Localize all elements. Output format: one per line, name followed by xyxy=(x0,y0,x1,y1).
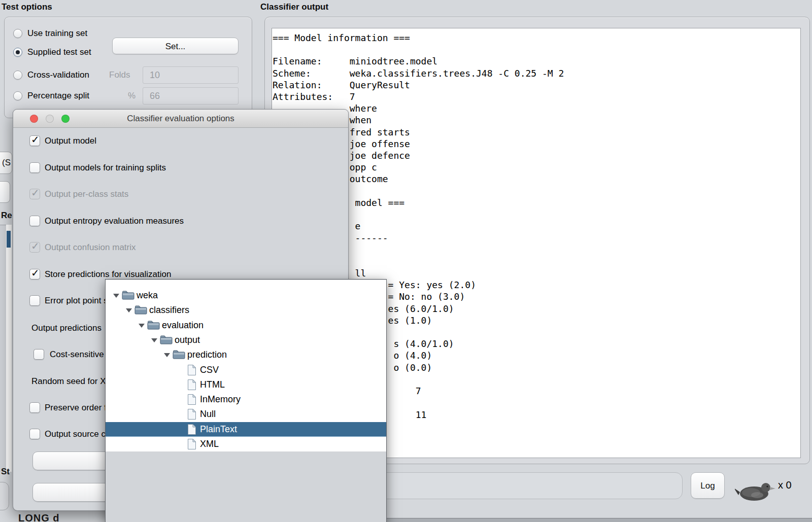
test-options-title: Test options xyxy=(2,2,52,12)
tree-node-plaintext[interactable]: PlainText xyxy=(106,422,386,437)
field-folds[interactable]: 10 xyxy=(143,66,239,84)
result-list[interactable] xyxy=(6,225,12,472)
class-attribute-combo-text: (S xyxy=(2,158,11,168)
expand-triangle-icon[interactable] xyxy=(113,294,119,298)
checkbox-output-confusion-matrix: ✓ xyxy=(29,242,40,253)
weka-bird-icon xyxy=(735,478,776,504)
radio-label: Use training set xyxy=(27,27,87,40)
tree-node-label: XML xyxy=(200,437,219,451)
folder-icon xyxy=(122,290,134,302)
tree-node-output[interactable]: output xyxy=(106,333,386,347)
dialog-option-row: ✓Output model xyxy=(13,134,348,148)
option-label: Cost-sensitive e xyxy=(50,348,111,361)
result-list-panel-edge xyxy=(0,225,6,472)
checkbox-preserve-order-f[interactable] xyxy=(29,402,40,413)
dialog-titlebar[interactable]: Classifier evaluation options xyxy=(13,110,348,128)
checkbox-store-predictions-for-visualization[interactable]: ✓ xyxy=(29,269,40,280)
checkbox-output-models-for-training-splits[interactable] xyxy=(29,162,40,173)
option-label: Preserve order f xyxy=(45,401,107,414)
result-list-selected-item[interactable] xyxy=(7,231,11,248)
field-label: Folds xyxy=(109,68,130,82)
start-button-fragment[interactable] xyxy=(0,181,10,203)
radio-use-training-set[interactable] xyxy=(13,29,22,38)
tree-node-label: prediction xyxy=(187,347,227,362)
option-label: Output source c xyxy=(45,428,106,441)
folder-icon xyxy=(173,349,185,362)
tree-node-html[interactable]: HTML xyxy=(106,377,386,392)
dialog-option-row: Output entropy evaluation measures xyxy=(13,215,348,228)
checkbox-cost-sensitive-e[interactable] xyxy=(33,349,44,360)
option-label: Error plot point s xyxy=(45,294,108,307)
option-label: Output confusion matrix xyxy=(45,241,136,254)
expand-triangle-icon[interactable] xyxy=(126,308,132,312)
expand-triangle-icon[interactable] xyxy=(139,324,145,328)
tree-node-label: output xyxy=(175,333,200,347)
option-label: Output per-class stats xyxy=(45,188,128,201)
document-icon xyxy=(187,364,196,378)
radio-label: Percentage split xyxy=(27,89,89,102)
radio-percentage-split[interactable] xyxy=(13,91,22,100)
tree-node-csv[interactable]: CSV xyxy=(106,363,386,377)
tree-node-label: Null xyxy=(200,407,216,422)
bird-count-text: x 0 xyxy=(778,479,792,491)
checkbox-output-source-c[interactable] xyxy=(29,429,40,439)
expand-triangle-icon[interactable] xyxy=(151,338,157,342)
document-icon xyxy=(187,379,196,393)
tree-node-label: HTML xyxy=(200,377,225,392)
weka-explorer-screen: { "test_options": { "title": "Test optio… xyxy=(0,0,812,522)
result-list-label: Re xyxy=(1,211,12,221)
test-option-row: Percentage split%66 xyxy=(0,89,254,102)
dialog-title: Classifier evaluation options xyxy=(13,110,348,128)
dialog-option-row: ✓Output per-class stats xyxy=(13,188,348,201)
test-option-row: Supplied test setSet... xyxy=(0,46,254,59)
bottom-left-text-fragment: LONG d xyxy=(18,512,60,522)
tree-node-evaluation[interactable]: evaluation xyxy=(106,318,386,333)
dialog-option-row: Output models for training splits xyxy=(13,161,348,175)
tree-node-inmemory[interactable]: InMemory xyxy=(106,392,386,407)
document-icon xyxy=(187,408,196,423)
tree-node-label: InMemory xyxy=(200,392,241,407)
checkbox-output-model[interactable]: ✓ xyxy=(29,135,40,146)
log-button[interactable]: Log xyxy=(691,472,725,499)
radio-label: Supplied test set xyxy=(27,46,91,59)
set-button[interactable]: Set... xyxy=(112,38,239,54)
object-chooser-popup: wekaclassifiersevaluationoutputpredictio… xyxy=(105,279,387,522)
tree-node-null[interactable]: Null xyxy=(106,407,386,422)
status-area-fragment xyxy=(0,482,9,510)
tree-node-label: weka xyxy=(137,288,158,303)
option-label: Random seed for X xyxy=(31,375,106,388)
checkbox-output-entropy-evaluation-measures[interactable] xyxy=(29,216,40,226)
tree-node-prediction[interactable]: prediction xyxy=(106,347,386,362)
option-label: Output predictions xyxy=(31,322,101,335)
option-label: Output model xyxy=(45,134,96,148)
folder-icon xyxy=(160,334,173,347)
document-icon xyxy=(187,394,196,408)
expand-triangle-icon[interactable] xyxy=(164,353,170,357)
tree-node-xml[interactable]: XML xyxy=(106,437,386,451)
document-icon xyxy=(187,438,196,453)
field-[interactable]: 66 xyxy=(143,87,239,105)
folder-icon xyxy=(147,320,160,332)
classifier-output-title: Classifier output xyxy=(260,2,328,12)
tree-node-label: CSV xyxy=(200,363,219,377)
checkbox-error-plot-point-s[interactable] xyxy=(29,295,40,306)
tree-node-classifiers[interactable]: classifiers xyxy=(106,303,386,318)
radio-label: Cross-validation xyxy=(27,68,89,82)
test-option-row: Cross-validationFolds10 xyxy=(0,68,254,82)
folder-icon xyxy=(134,304,147,317)
option-label: Output models for training splits xyxy=(45,161,166,175)
tree-node-weka[interactable]: weka xyxy=(106,288,386,303)
checkbox-output-per-class-stats: ✓ xyxy=(29,189,40,199)
field-label: % xyxy=(128,89,136,102)
radio-cross-validation[interactable] xyxy=(13,71,22,80)
document-icon xyxy=(187,424,196,438)
tree-node-label: classifiers xyxy=(149,303,189,318)
bottom-status-strip xyxy=(330,518,812,522)
dialog-option-row: ✓Output confusion matrix xyxy=(13,241,348,254)
status-label: St xyxy=(1,467,10,477)
tree-node-label: PlainText xyxy=(200,422,237,437)
tree-node-label: evaluation xyxy=(162,318,204,333)
option-label: Output entropy evaluation measures xyxy=(45,215,184,228)
radio-supplied-test-set[interactable] xyxy=(13,48,22,57)
